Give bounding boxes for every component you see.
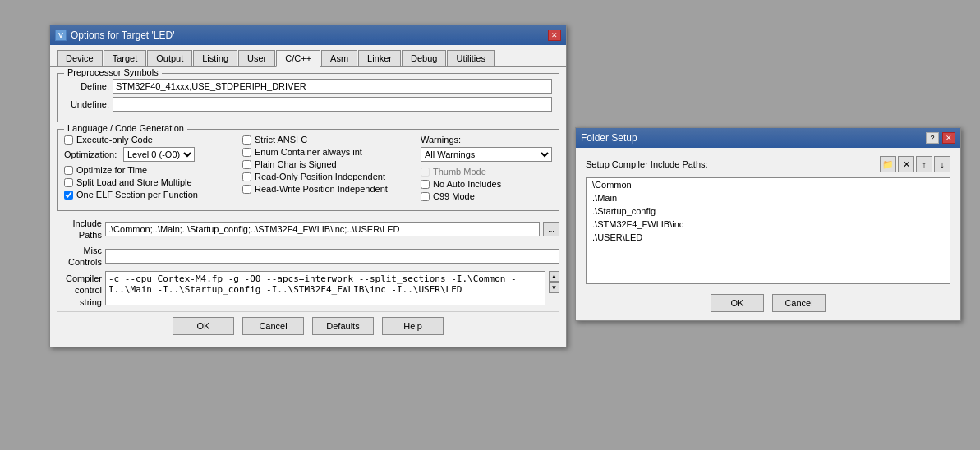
compiler-scroll-up[interactable]: ▲ bbox=[549, 271, 559, 282]
one-elf-label: One ELF Section per Function bbox=[76, 190, 198, 200]
undefine-label: Undefine: bbox=[64, 99, 109, 109]
thumb-mode-row: Thumb Mode bbox=[421, 167, 552, 177]
folder-dialog-title: Folder Setup bbox=[581, 132, 637, 144]
include-paths-area: Include Paths ... bbox=[57, 218, 559, 241]
folder-titlebar: Folder Setup ? ✕ bbox=[576, 128, 960, 148]
folder-close-button[interactable]: ✕ bbox=[942, 132, 955, 144]
read-only-label: Read-Only Position Independent bbox=[255, 172, 385, 181]
read-write-checkbox[interactable] bbox=[242, 185, 251, 194]
folder-ok-button[interactable]: OK bbox=[711, 294, 764, 312]
read-only-checkbox[interactable] bbox=[242, 172, 251, 181]
help-button[interactable]: Help bbox=[382, 317, 444, 335]
no-auto-includes-label: No Auto Includes bbox=[433, 179, 501, 189]
execute-only-label: Execute-only Code bbox=[76, 135, 153, 145]
warnings-label: Warnings: bbox=[421, 135, 552, 145]
compiler-scroll-down[interactable]: ▼ bbox=[549, 282, 559, 293]
one-elf-checkbox[interactable] bbox=[64, 191, 73, 200]
app-icon: V bbox=[55, 30, 67, 41]
lang-col-1: Execute-only Code Optimization: Level 0 … bbox=[64, 135, 236, 204]
optimization-select[interactable]: Level 0 (-O0) bbox=[123, 147, 195, 162]
execute-only-row: Execute-only Code bbox=[64, 135, 236, 145]
thumb-mode-checkbox bbox=[421, 168, 430, 177]
folder-toolbar: 📁 ✕ ↑ ↓ bbox=[880, 156, 950, 172]
no-auto-includes-checkbox[interactable] bbox=[421, 180, 430, 189]
plain-char-row: Plain Char is Signed bbox=[242, 159, 414, 169]
read-write-label: Read-Write Position Independent bbox=[255, 184, 388, 194]
language-group-label: Language / Code Generation bbox=[64, 123, 187, 133]
folder-help-button[interactable]: ? bbox=[926, 132, 939, 144]
folder-down-button[interactable]: ↓ bbox=[934, 156, 950, 172]
folder-new-button[interactable]: 📁 bbox=[880, 156, 896, 172]
list-item[interactable]: ..\Main bbox=[587, 191, 950, 204]
tab-listing[interactable]: Listing bbox=[193, 50, 237, 66]
c99-mode-checkbox[interactable] bbox=[421, 192, 430, 201]
optimize-time-label: Optimize for Time bbox=[76, 165, 147, 175]
lang-col-warn: Warnings: All Warnings Thumb Mode No bbox=[421, 135, 552, 204]
tab-linker[interactable]: Linker bbox=[358, 50, 401, 66]
misc-controls-area: Misc Controls bbox=[57, 245, 559, 269]
execute-only-checkbox[interactable] bbox=[64, 135, 73, 145]
misc-controls-input[interactable] bbox=[105, 249, 559, 264]
tab-debug[interactable]: Debug bbox=[402, 50, 446, 66]
define-label: Define: bbox=[64, 81, 109, 91]
warnings-select[interactable]: All Warnings bbox=[421, 147, 552, 162]
tab-device[interactable]: Device bbox=[57, 50, 103, 66]
folder-paths-list: .\Common ..\Main ..\Startup_config ..\ST… bbox=[586, 177, 950, 284]
defaults-button[interactable]: Defaults bbox=[312, 317, 374, 335]
tab-target[interactable]: Target bbox=[104, 50, 147, 66]
titlebar-left: V Options for Target 'LED' bbox=[55, 30, 174, 41]
folder-delete-button[interactable]: ✕ bbox=[898, 156, 914, 172]
cancel-button[interactable]: Cancel bbox=[242, 317, 304, 335]
list-item[interactable]: ..\Startup_config bbox=[587, 204, 950, 218]
include-paths-input[interactable] bbox=[105, 222, 540, 236]
list-item[interactable]: .\Common bbox=[587, 178, 950, 191]
plain-char-label: Plain Char is Signed bbox=[255, 159, 337, 169]
folder-setup-label: Setup Compiler Include Paths: bbox=[586, 159, 708, 169]
list-item[interactable]: ..\STM32F4_FWLIB\inc bbox=[587, 218, 950, 231]
enum-container-label: Enum Container always int bbox=[255, 147, 362, 157]
split-load-row: Split Load and Store Multiple bbox=[64, 177, 236, 187]
plain-char-checkbox[interactable] bbox=[242, 160, 251, 169]
define-input[interactable] bbox=[113, 79, 552, 94]
main-dialog: V Options for Target 'LED' ✕ Device Targ… bbox=[49, 25, 567, 347]
folder-bottom-buttons: OK Cancel bbox=[586, 294, 950, 312]
tab-output[interactable]: Output bbox=[147, 50, 192, 66]
tab-cpp[interactable]: C/C++ bbox=[276, 50, 320, 67]
strict-ansi-checkbox[interactable] bbox=[242, 135, 251, 145]
main-close-button[interactable]: ✕ bbox=[548, 30, 561, 41]
compiler-scroll-btns: ▲ ▼ bbox=[549, 271, 559, 293]
tab-asm[interactable]: Asm bbox=[321, 50, 357, 66]
preprocessor-group-label: Preprocessor Symbols bbox=[64, 67, 162, 77]
tab-utilities[interactable]: Utilities bbox=[447, 50, 494, 66]
bottom-buttons: OK Cancel Defaults Help bbox=[57, 311, 559, 340]
language-group: Language / Code Generation Execute-only … bbox=[57, 129, 559, 211]
no-auto-includes-row: No Auto Includes bbox=[421, 179, 552, 189]
thumb-mode-label: Thumb Mode bbox=[433, 167, 486, 177]
tab-user[interactable]: User bbox=[238, 50, 275, 66]
lang-col-2: Strict ANSI C Enum Container always int … bbox=[242, 135, 414, 204]
folder-cancel-button[interactable]: Cancel bbox=[772, 294, 826, 312]
include-browse-button[interactable]: ... bbox=[543, 222, 559, 236]
include-paths-label: Include Paths bbox=[57, 218, 102, 241]
dialog-content: Preprocessor Symbols Define: Undefine: L… bbox=[50, 67, 566, 347]
split-load-checkbox[interactable] bbox=[64, 178, 73, 187]
optimization-label: Optimization: bbox=[64, 149, 120, 159]
ok-button[interactable]: OK bbox=[173, 317, 234, 335]
undefine-row: Undefine: bbox=[64, 97, 552, 112]
optimization-row: Optimization: Level 0 (-O0) bbox=[64, 147, 236, 162]
list-item[interactable]: ..\USER\LED bbox=[587, 231, 950, 244]
misc-controls-label: Misc Controls bbox=[57, 245, 102, 269]
undefine-input[interactable] bbox=[113, 97, 552, 112]
folder-up-button[interactable]: ↑ bbox=[916, 156, 932, 172]
lang-cols: Execute-only Code Optimization: Level 0 … bbox=[64, 135, 552, 204]
preprocessor-group: Preprocessor Symbols Define: Undefine: bbox=[57, 73, 559, 122]
read-write-row: Read-Write Position Independent bbox=[242, 184, 414, 194]
split-load-label: Split Load and Store Multiple bbox=[76, 177, 192, 187]
optimize-time-row: Optimize for Time bbox=[64, 165, 236, 175]
c99-mode-label: C99 Mode bbox=[433, 191, 475, 201]
optimize-time-checkbox[interactable] bbox=[64, 166, 73, 175]
compiler-control-textarea[interactable]: -c --cpu Cortex-M4.fp -g -O0 --apcs=inte… bbox=[105, 271, 545, 305]
one-elf-row: One ELF Section per Function bbox=[64, 190, 236, 200]
enum-container-checkbox[interactable] bbox=[242, 148, 251, 157]
read-only-row: Read-Only Position Independent bbox=[242, 172, 414, 181]
